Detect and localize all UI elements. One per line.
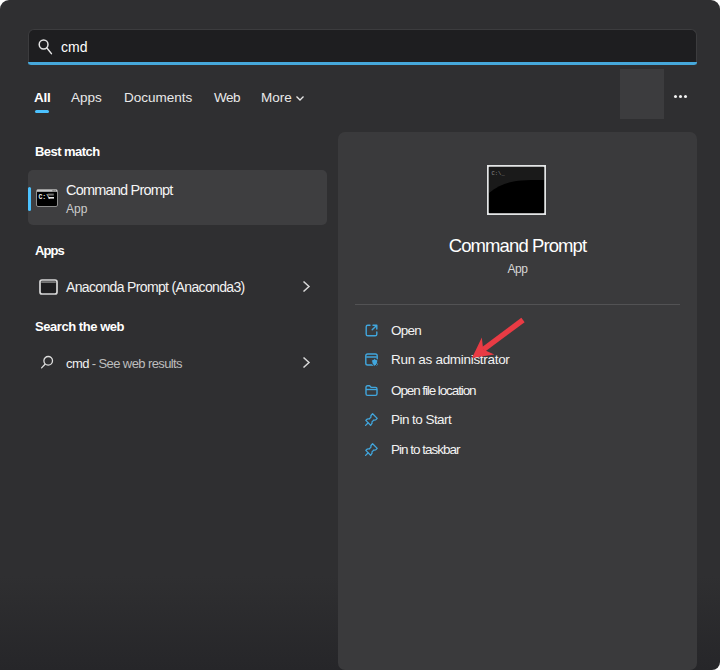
svg-text:C:\_: C:\_	[492, 170, 506, 177]
